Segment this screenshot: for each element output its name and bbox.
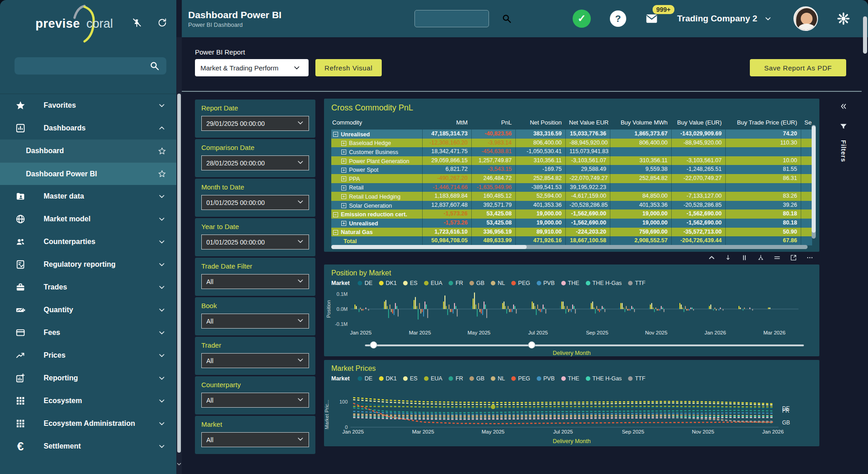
legend-item-the-h-gas[interactable]: THE H-Gas	[586, 375, 622, 382]
table-vertical-scrollbar-thumb[interactable]	[812, 126, 816, 233]
expand-toggle-icon[interactable]: +	[341, 203, 346, 208]
chevron-down-icon[interactable]	[157, 329, 166, 336]
column-header[interactable]: Net Position	[515, 116, 565, 130]
expand-all-icon[interactable]	[757, 254, 765, 262]
legend-item-es[interactable]: ES	[403, 375, 418, 382]
notifications-button[interactable]: 999+	[645, 12, 658, 25]
expand-toggle-icon[interactable]: +	[341, 150, 346, 155]
sidebar-item-fees[interactable]: Fees	[0, 321, 176, 344]
legend-item-eua[interactable]: EUA	[424, 280, 443, 286]
legend-item-the-h-gas[interactable]: THE H-Gas	[586, 280, 622, 286]
sidebar-item-dashboard-power-bi[interactable]: Dashboard Power BI	[0, 162, 176, 185]
gear-icon[interactable]	[837, 12, 850, 25]
legend-item-the[interactable]: THE	[561, 375, 579, 382]
column-header[interactable]: Se	[801, 116, 812, 130]
column-header[interactable]: Buy Value (EUR)	[671, 116, 725, 130]
filter-select[interactable]: 01/01/2025 00:00:00	[201, 235, 309, 249]
table-row-retail[interactable]: +Retail-1,446,714.66-1,635,949.96-389,54…	[331, 183, 812, 192]
table-row-total[interactable]: Total50,984,708.05489,633.99471,926.1618…	[331, 236, 812, 245]
table-row-retail-load-hedging[interactable]: +Retail Load Hedging1,183,689.84160,485.…	[331, 192, 812, 201]
filter-select[interactable]: All	[201, 432, 309, 447]
sidebar-item-settlement[interactable]: €Settlement	[0, 435, 176, 458]
sidebar-item-counterparties[interactable]: Counterparties	[0, 230, 176, 253]
sidebar-item-market-model[interactable]: Market model	[0, 208, 176, 230]
filter-select[interactable]: All	[201, 314, 309, 329]
chevron-down-icon[interactable]	[157, 102, 166, 109]
global-search-input[interactable]	[419, 15, 502, 22]
legend-item-de[interactable]: DE	[358, 280, 372, 286]
table-row-emission-reduction-cert-[interactable]: −Emission reduction cert.-1,573.2653,425…	[331, 210, 812, 219]
window-scrollbar-thumb[interactable]	[863, 16, 867, 54]
legend-item-gb[interactable]: GB	[469, 375, 484, 382]
table-row-customer-business[interactable]: +Customer Business18,342,471.75-454,638.…	[331, 147, 812, 156]
more-options-icon[interactable]	[806, 254, 814, 262]
sidebar-item-trades[interactable]: Trades	[0, 276, 176, 299]
sidebar-scrollbar[interactable]	[176, 37, 182, 474]
company-selector[interactable]: Trading Company 2	[677, 12, 774, 25]
legend-item-nl[interactable]: NL	[491, 375, 505, 382]
chevron-down-icon[interactable]	[157, 420, 166, 427]
table-horizontal-scrollbar[interactable]	[331, 245, 808, 249]
sidebar-item-dashboards[interactable]: Dashboards	[0, 117, 176, 140]
sidebar-item-dashboard[interactable]: Dashboard	[0, 140, 176, 162]
table-row-power-spot[interactable]: +Power Spot6,821.72-3,543.15-169.7529,58…	[331, 165, 812, 174]
table-horizontal-scrollbar-thumb[interactable]	[331, 245, 527, 249]
legend-item-fr[interactable]: FR	[449, 280, 463, 286]
legend-item-the[interactable]: THE	[561, 280, 579, 286]
column-header[interactable]: Commodity	[331, 116, 422, 130]
expand-toggle-icon[interactable]: +	[341, 141, 346, 146]
legend-item-pvb[interactable]: PVB	[537, 375, 555, 382]
expand-filters-icon[interactable]	[837, 100, 850, 113]
legend-item-es[interactable]: ES	[403, 280, 418, 286]
sidebar-item-regulatory-reporting[interactable]: Regulatory reporting	[0, 253, 176, 276]
drill-down-icon[interactable]	[724, 254, 732, 262]
filter-select[interactable]: 29/01/2025 00:00:00	[201, 116, 309, 131]
avatar[interactable]	[793, 6, 818, 31]
go-to-next-level-icon[interactable]	[740, 254, 748, 262]
chevron-down-icon[interactable]	[157, 306, 166, 314]
sidebar-item-ecosystem[interactable]: Ecosystem	[0, 389, 176, 412]
chevron-down-icon[interactable]	[157, 238, 166, 245]
chevron-down-icon[interactable]	[157, 193, 166, 200]
chevron-down-icon[interactable]	[157, 261, 166, 268]
chevron-down-icon[interactable]	[157, 352, 166, 359]
table-vertical-scrollbar[interactable]	[812, 125, 816, 239]
legend-item-nl[interactable]: NL	[491, 280, 505, 286]
filter-select[interactable]: All	[201, 353, 309, 368]
sidebar-scrollbar-thumb[interactable]	[177, 94, 181, 453]
help-icon[interactable]: ?	[610, 10, 626, 27]
sidebar-item-quantity[interactable]: Quantity	[0, 299, 176, 321]
favorite-star-icon[interactable]	[157, 147, 166, 155]
filter-select[interactable]: All	[201, 393, 309, 408]
expand-toggle-icon[interactable]: +	[341, 194, 346, 199]
drill-up-icon[interactable]	[708, 254, 716, 262]
legend-item-de[interactable]: DE	[358, 375, 372, 382]
slider-knob-start[interactable]	[370, 341, 377, 349]
unpin-sidebar-icon[interactable]	[130, 16, 143, 29]
chevron-down-icon[interactable]	[157, 215, 166, 223]
table-row-baseload-hedge[interactable]: +Baseload Hedge-12,308,160.20-3,983.1480…	[331, 139, 812, 148]
slider-knob-end[interactable]	[528, 341, 535, 349]
chevron-down-icon[interactable]	[157, 374, 166, 382]
legend-item-ttf[interactable]: TTF	[628, 280, 645, 286]
table-row-unrealised[interactable]: −Unrealised47,185,314.73-40,823.56383,31…	[331, 130, 812, 139]
show-data-icon[interactable]	[773, 254, 781, 262]
global-search[interactable]	[414, 10, 489, 27]
legend-item-pvb[interactable]: PVB	[537, 280, 555, 286]
column-header[interactable]: Net Value EUR	[565, 116, 610, 130]
save-report-pdf-button[interactable]: Save Report As PDF	[750, 59, 846, 76]
focus-mode-icon[interactable]	[789, 254, 798, 262]
column-header[interactable]: Buy Volume MWh	[610, 116, 671, 130]
legend-item-dk1[interactable]: DK1	[379, 375, 397, 382]
sidebar-item-favorites[interactable]: Favorites	[0, 94, 176, 117]
sidebar-item-master-data[interactable]: Master data	[0, 185, 176, 208]
legend-item-dk1[interactable]: DK1	[379, 280, 397, 286]
legend-item-gb[interactable]: GB	[469, 280, 484, 286]
legend-item-peg[interactable]: PEG	[511, 375, 530, 382]
sidebar-item-prices[interactable]: Prices	[0, 344, 176, 367]
expand-toggle-icon[interactable]: +	[341, 159, 346, 164]
chevron-down-icon[interactable]	[157, 397, 166, 404]
delivery-month-slider[interactable]	[331, 341, 812, 350]
legend-item-eua[interactable]: EUA	[424, 375, 443, 382]
slider-track[interactable]	[365, 344, 804, 346]
